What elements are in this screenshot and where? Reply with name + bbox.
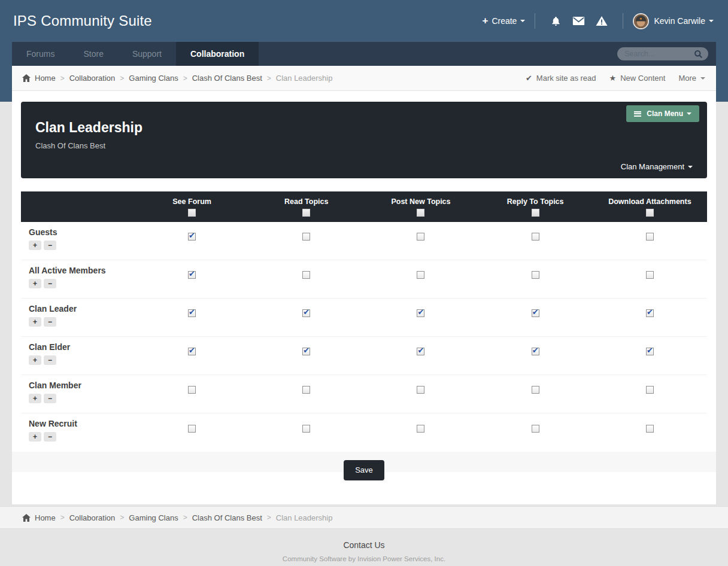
perm-checkbox-guests-read-topics[interactable] — [302, 233, 310, 241]
save-button[interactable]: Save — [344, 460, 384, 480]
caret-down-icon — [520, 20, 525, 22]
perm-checkbox-guests-post-new-topics[interactable] — [417, 233, 424, 241]
breadcrumb-link-collaboration[interactable]: Collaboration — [69, 74, 116, 83]
remove-permission-button-clan-elder[interactable]: − — [44, 355, 56, 365]
search-icon[interactable] — [694, 50, 703, 59]
site-header: IPS Community Suite + Create — [0, 0, 728, 42]
perm-checkbox-clan-leader-reply-to-topics[interactable] — [532, 309, 539, 317]
tab-store[interactable]: Store — [69, 42, 117, 66]
add-permission-button-clan-leader[interactable]: + — [29, 317, 41, 327]
perm-checkbox-clan-member-reply-to-topics[interactable] — [532, 386, 539, 394]
column-toggle-checkbox-see-forum[interactable] — [188, 209, 196, 217]
column-toggle-checkbox-post-new-topics[interactable] — [417, 209, 424, 217]
home-icon[interactable] — [22, 514, 31, 522]
perm-checkbox-guests-reply-to-topics[interactable] — [532, 233, 539, 241]
perm-cell — [363, 222, 478, 260]
perm-checkbox-new-recruit-download-attachments[interactable] — [646, 425, 654, 433]
perm-cell — [593, 222, 707, 260]
breadcrumb-separator: > — [183, 513, 187, 522]
perm-checkbox-clan-elder-reply-to-topics[interactable] — [532, 348, 539, 355]
breadcrumb-link-collaboration[interactable]: Collaboration — [69, 513, 116, 522]
add-permission-button-all-active-members[interactable]: + — [29, 279, 41, 288]
perm-checkbox-all-active-members-reply-to-topics[interactable] — [532, 271, 539, 279]
column-toggle-checkbox-read-topics[interactable] — [302, 209, 310, 217]
user-menu[interactable]: Kevin Carwile — [633, 13, 714, 29]
perm-checkbox-clan-elder-see-forum[interactable] — [188, 348, 196, 355]
perm-checkbox-all-active-members-see-forum[interactable] — [188, 271, 196, 279]
perm-column-label: Download Attachments — [608, 197, 691, 206]
remove-permission-button-clan-member[interactable]: − — [44, 394, 56, 403]
perm-checkbox-clan-leader-post-new-topics[interactable] — [417, 309, 424, 317]
perm-cell — [478, 222, 593, 260]
caret-down-icon — [700, 77, 705, 80]
perm-checkbox-clan-member-post-new-topics[interactable] — [417, 386, 424, 394]
perm-column-header-reply-to-topics: Reply To Topics — [478, 197, 593, 217]
perm-row-clan-member: Clan Member+− — [21, 375, 707, 413]
perm-checkbox-clan-elder-post-new-topics[interactable] — [417, 348, 424, 355]
perm-checkbox-clan-elder-read-topics[interactable] — [302, 348, 310, 355]
bottom-breadcrumb-list: Home>Collaboration>Gaming Clans>Clash Of… — [35, 513, 332, 522]
perm-cell — [363, 375, 478, 413]
remove-permission-button-new-recruit[interactable]: − — [44, 432, 56, 442]
moderation-warning-icon[interactable] — [596, 16, 608, 26]
breadcrumb-link-home[interactable]: Home — [35, 513, 56, 522]
perm-checkbox-all-active-members-post-new-topics[interactable] — [417, 271, 424, 279]
remove-permission-button-all-active-members[interactable]: − — [44, 279, 56, 288]
header-divider — [535, 13, 535, 29]
breadcrumb-link-gaming-clans[interactable]: Gaming Clans — [129, 513, 178, 522]
perm-checkbox-clan-member-see-forum[interactable] — [188, 386, 196, 394]
add-permission-button-clan-member[interactable]: + — [29, 394, 41, 403]
search-input[interactable] — [624, 50, 694, 58]
breadcrumb-separator: > — [267, 513, 271, 522]
perm-checkbox-clan-leader-see-forum[interactable] — [188, 309, 196, 317]
contact-us-link[interactable]: Contact Us — [343, 540, 384, 550]
breadcrumb-link-home[interactable]: Home — [35, 74, 56, 83]
perm-checkbox-new-recruit-post-new-topics[interactable] — [417, 425, 424, 433]
remove-permission-button-guests[interactable]: − — [44, 241, 56, 250]
notifications-bell-icon[interactable] — [550, 16, 562, 27]
more-menu-button[interactable]: More — [678, 74, 705, 83]
perm-cell — [478, 375, 593, 413]
column-toggle-checkbox-reply-to-topics[interactable] — [532, 209, 539, 217]
perm-checkbox-clan-member-download-attachments[interactable] — [646, 386, 654, 394]
perm-checkbox-new-recruit-read-topics[interactable] — [302, 425, 310, 433]
perm-checkbox-guests-download-attachments[interactable] — [646, 233, 654, 241]
site-title[interactable]: IPS Community Suite — [13, 13, 152, 29]
clan-management-menu[interactable]: Clan Management — [621, 162, 693, 171]
perm-checkbox-clan-member-read-topics[interactable] — [302, 386, 310, 394]
page-subtitle: Clash Of Clans Best — [35, 141, 693, 150]
perm-cell — [593, 260, 707, 298]
perm-row-label: Clan Member — [29, 381, 135, 390]
create-button[interactable]: + Create — [482, 15, 525, 27]
perm-checkbox-new-recruit-reply-to-topics[interactable] — [532, 425, 539, 433]
perm-head-spacer — [21, 197, 135, 217]
perm-checkbox-clan-leader-download-attachments[interactable] — [646, 309, 654, 317]
messages-envelope-icon[interactable] — [572, 16, 585, 26]
breadcrumb-link-clash-of-clans-best[interactable]: Clash Of Clans Best — [192, 74, 262, 83]
search-box[interactable] — [617, 47, 708, 60]
app-nav-bar: ForumsStoreSupportCollaboration — [12, 42, 716, 66]
perm-row-clan-elder: Clan Elder+− — [21, 337, 707, 375]
new-content-button[interactable]: ★ New Content — [609, 74, 666, 83]
perm-checkbox-all-active-members-download-attachments[interactable] — [646, 271, 654, 279]
add-permission-button-clan-elder[interactable]: + — [29, 355, 41, 365]
add-permission-button-new-recruit[interactable]: + — [29, 432, 41, 442]
perm-checkbox-new-recruit-see-forum[interactable] — [188, 425, 196, 433]
add-permission-button-guests[interactable]: + — [29, 241, 41, 250]
tab-collaboration[interactable]: Collaboration — [176, 42, 259, 66]
home-icon[interactable] — [22, 74, 31, 82]
mark-site-as-read-button[interactable]: ✔ Mark site as read — [526, 74, 596, 83]
tab-support[interactable]: Support — [118, 42, 176, 66]
breadcrumb-actions: ✔ Mark site as read ★ New Content More — [512, 74, 705, 83]
breadcrumb-link-gaming-clans[interactable]: Gaming Clans — [129, 74, 178, 83]
remove-permission-button-clan-leader[interactable]: − — [44, 317, 56, 327]
column-toggle-checkbox-download-attachments[interactable] — [646, 209, 654, 217]
clan-menu-button[interactable]: Clan Menu — [626, 105, 699, 122]
perm-checkbox-clan-leader-read-topics[interactable] — [302, 309, 310, 317]
perm-checkbox-clan-elder-download-attachments[interactable] — [646, 348, 654, 355]
perm-checkbox-all-active-members-read-topics[interactable] — [302, 271, 310, 279]
perm-row-header: Clan Member+− — [21, 375, 135, 413]
perm-checkbox-guests-see-forum[interactable] — [188, 233, 196, 241]
breadcrumb-link-clash-of-clans-best[interactable]: Clash Of Clans Best — [192, 513, 262, 522]
tab-forums[interactable]: Forums — [12, 42, 69, 66]
